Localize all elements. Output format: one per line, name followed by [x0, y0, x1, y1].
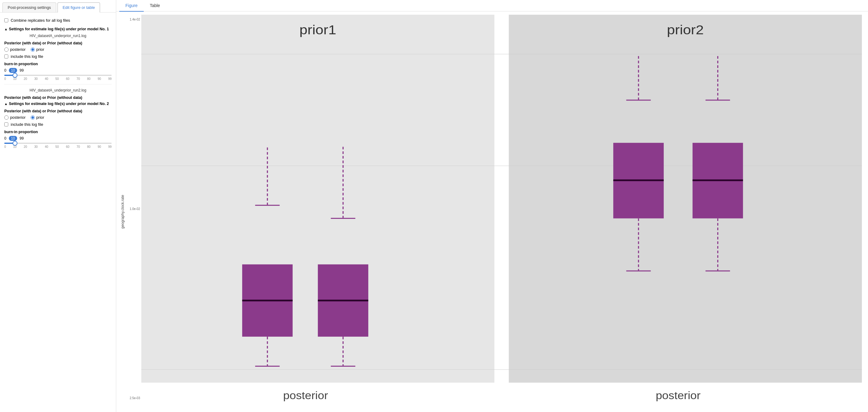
combine-replicates-label: Combine replicates for all log files: [11, 18, 70, 23]
include-log-checkbox-2[interactable]: [4, 122, 8, 126]
posterior-prior-label-2b: Posterior (with data) or Prior (without …: [4, 109, 112, 113]
burnin-min-2: 0: [4, 136, 6, 141]
burnin-min-1: 0: [4, 68, 6, 72]
include-log-checkbox-1[interactable]: [4, 55, 8, 58]
chart-plot: prior1 prior2: [141, 15, 862, 409]
burnin-values-2: 0 10 99: [4, 136, 112, 141]
posterior-prior-label-1: Posterior (with data) or Prior (without …: [4, 41, 112, 45]
left-panel: Post-processing settings Edit figure or …: [0, 0, 116, 412]
slider-ticks-2: 010203040506070809099: [4, 145, 112, 148]
burnin-badge-1: 10: [9, 68, 17, 73]
radio-row-1: posterior prior: [4, 47, 112, 52]
prior-radio-2[interactable]: prior: [31, 115, 44, 120]
burnin-values-1: 0 10 99: [4, 68, 112, 73]
x-label-prior1: posterior: [283, 389, 328, 401]
include-log-row-2: include this log file: [4, 122, 112, 127]
file2-label: HIV_datasetA_underprior_run2.log: [4, 88, 112, 92]
y-tick-top: 1.4e-02: [130, 18, 140, 21]
burnin-max-1: 99: [20, 68, 24, 72]
section2-header: ▲ Settings for estimate log file(s) unde…: [4, 101, 112, 106]
section1-arrow-icon: ▲: [4, 27, 8, 31]
chart-area: geography.clock.rate 1.4e-02 1.0e-02 2.5…: [116, 11, 868, 412]
posterior-radio-2[interactable]: posterior: [4, 115, 26, 120]
y-tick-bottom: 2.5e-03: [130, 396, 140, 400]
tab-post-processing[interactable]: Post-processing settings: [2, 2, 56, 12]
tab-figure[interactable]: Figure: [119, 0, 144, 11]
x-label-prior2: posterior: [656, 389, 701, 401]
section1-header: ▲ Settings for estimate log file(s) unde…: [4, 27, 112, 31]
burnin-badge-2: 10: [9, 136, 17, 141]
combine-replicates-checkbox[interactable]: [4, 18, 8, 22]
chart-tabs: Figure Table: [116, 0, 868, 11]
bg-prior1: [141, 15, 494, 383]
tab-bar: Post-processing settings Edit figure or …: [0, 0, 116, 12]
prior-radio-1[interactable]: prior: [31, 47, 44, 52]
combine-replicates-row: Combine replicates for all log files: [4, 18, 112, 23]
burnin-slider-1[interactable]: 010203040506070809099: [4, 75, 112, 81]
burnin-slider-2[interactable]: 010203040506070809099: [4, 143, 112, 148]
y-axis-label: geography.clock.rate: [119, 15, 126, 409]
radio-row-2: posterior prior: [4, 115, 112, 120]
burnin-label-2: burn-in proportion: [4, 130, 112, 134]
bg-prior2: [509, 15, 862, 383]
posterior-prior-label-2: Posterior (with data) or Prior (without …: [4, 95, 112, 100]
burnin-max-2: 99: [20, 136, 24, 141]
y-axis-ticks: 1.4e-02 1.0e-02 2.5e-03: [126, 15, 141, 409]
burnin-label-1: burn-in proportion: [4, 62, 112, 66]
tab-edit-figure[interactable]: Edit figure or table: [58, 2, 100, 12]
prior1-title: prior1: [300, 22, 336, 37]
prior2-title: prior2: [667, 22, 704, 37]
y-tick-mid: 1.0e-02: [130, 207, 140, 211]
right-panel: Figure Table geography.clock.rate 1.4e-0…: [116, 0, 868, 412]
slider-ticks-1: 010203040506070809099: [4, 77, 112, 81]
file1-label: HIV_datasetA_underprior_run1.log: [4, 34, 112, 38]
tab-table[interactable]: Table: [144, 0, 166, 11]
include-log-row-1: include this log file: [4, 54, 112, 59]
chart-svg: prior1 prior2: [141, 15, 862, 409]
section2-arrow-icon: ▲: [4, 102, 8, 106]
posterior-radio-1[interactable]: posterior: [4, 47, 26, 52]
